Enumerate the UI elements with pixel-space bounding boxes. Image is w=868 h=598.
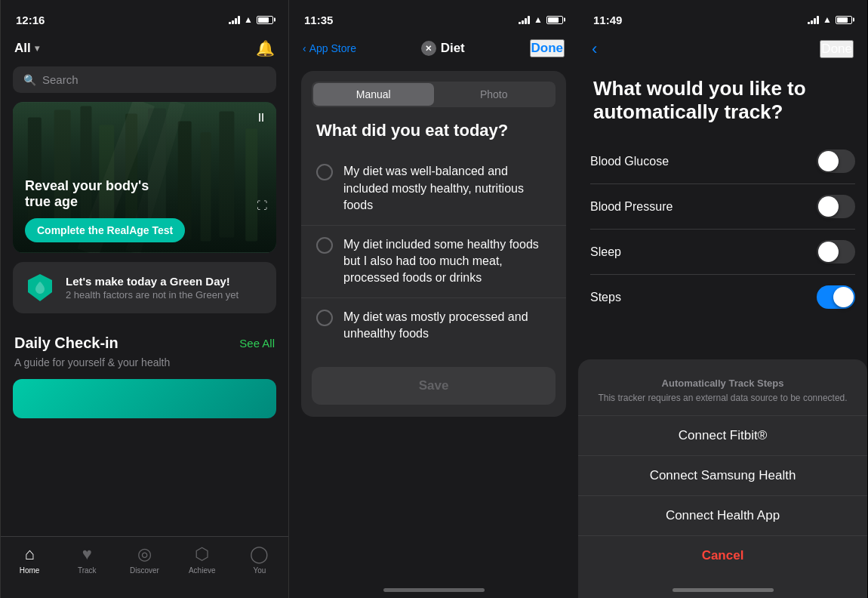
home-indicator-3 [673,588,774,592]
toggle-blood-pressure: Blood Pressure [590,184,855,230]
heart-shield-icon [25,273,55,303]
nav-home[interactable]: ⌂ Home [1,544,58,575]
bell-icon[interactable]: 🔔 [256,39,275,57]
checkin-section-header: Daily Check-in See All [1,322,288,355]
hero-content: Reveal your body'strue age Complete the … [13,169,276,253]
see-all-link[interactable]: See All [239,337,275,350]
diet-option-healthy-text: My diet was well-balanced and included m… [343,163,551,214]
radio-processed[interactable] [316,310,333,326]
toggle-knob [818,242,839,262]
status-icons-1: ▲ [229,14,273,25]
diet-option-healthy[interactable]: My diet was well-balanced and included m… [301,153,566,225]
diet-done-button[interactable]: Done [530,39,565,57]
segment-photo[interactable]: Photo [434,83,555,106]
radio-some-healthy[interactable] [316,237,333,254]
screen3-nav: ‹ Done [578,33,867,66]
hero-title: Reveal your body'strue age [25,178,264,211]
diet-title: ✕ Diet [421,41,465,56]
back-chevron-icon-3[interactable]: ‹ [592,39,597,59]
auto-track-title: What would you like toautomatically trac… [578,66,867,139]
action-sheet-info: Automatically Track Steps This tracker r… [578,371,867,416]
bottom-nav: ⌂ Home ♥ Track ◎ Discover ⬡ Achieve ◯ Yo… [1,536,288,598]
diet-option-some-healthy-text: My diet included some healthy foods but … [343,236,551,287]
cancel-button[interactable]: Cancel [578,536,867,575]
status-icons-2: ▲ [519,14,563,25]
blood-glucose-toggle[interactable] [817,150,855,173]
nav-home-label: Home [20,566,40,575]
diet-option-some-healthy[interactable]: My diet included some healthy foods but … [301,226,566,298]
radio-healthy[interactable] [316,164,333,180]
toggle-steps: Steps [590,275,855,319]
x-icon[interactable]: ✕ [421,41,436,56]
back-chevron-icon: ‹ [303,42,306,54]
connect-fitbit-button[interactable]: Connect Fitbit® [578,416,867,456]
diet-option-processed[interactable]: My diet was mostly processed and unhealt… [301,298,566,353]
checkin-card[interactable] [13,379,276,418]
time-1: 12:16 [16,14,45,26]
nav-track-label: Track [78,566,97,575]
hero-banner[interactable]: ⏸ ⛶ Reveal your body'strue age Complete … [13,102,276,253]
green-day-subtitle: 2 health factors are not in the Green ye… [66,289,239,301]
screen-diet: 11:35 ▲ ‹ App Store ✕ Diet Done [289,0,578,598]
time-2: 11:35 [304,14,333,26]
track-icon: ♥ [82,544,92,564]
checkin-title: Daily Check-in [14,334,119,352]
screen-home: 12:16 ▲ All ▾ 🔔 🔍 Search [0,0,289,598]
toggle-knob [818,151,839,171]
blood-pressure-toggle[interactable] [817,195,855,218]
nav-achieve[interactable]: ⬡ Achieve [174,544,231,575]
screen2-nav: ‹ App Store ✕ Diet Done [289,33,578,65]
action-sheet-info-sub: This tracker requires an external data s… [593,392,852,405]
sleep-label: Sleep [590,245,621,259]
toggle-sleep: Sleep [590,230,855,275]
wifi-icon-1: ▲ [244,14,253,25]
toggle-list: Blood Glucose Blood Pressure Sleep Steps [578,139,867,319]
chevron-down-icon: ▾ [35,43,39,54]
green-day-title: Let's make today a Green Day! [66,275,239,288]
connect-samsung-button[interactable]: Connect Samsung Health [578,456,867,496]
battery-icon-1 [257,16,273,24]
home-icon: ⌂ [24,544,34,564]
save-button[interactable]: Save [312,367,556,405]
nav-track[interactable]: ♥ Track [58,544,115,575]
pause-icon[interactable]: ⏸ [255,111,267,125]
screen1-header: All ▾ 🔔 [1,33,288,66]
action-sheet: Automatically Track Steps This tracker r… [578,359,867,598]
signal-icon-2 [519,15,530,24]
wifi-icon-2: ▲ [534,14,543,25]
diet-segment-control: Manual Photo [312,82,556,107]
autotrack-done-button[interactable]: Done [820,40,854,58]
back-to-appstore[interactable]: ‹ App Store [303,42,356,54]
status-bar-3: 11:49 ▲ [578,0,867,33]
toggle-knob [833,287,854,307]
diet-option-processed-text: My diet was mostly processed and unhealt… [343,309,551,343]
segment-manual[interactable]: Manual [313,83,434,106]
realage-test-button[interactable]: Complete the RealAge Test [25,218,185,242]
nav-discover[interactable]: ◎ Discover [115,544,173,575]
battery-icon-2 [546,16,563,24]
status-bar-2: 11:35 ▲ [289,0,578,33]
diet-modal: Manual Photo What did you eat today? My … [301,71,566,417]
nav-achieve-label: Achieve [189,566,216,575]
green-day-card[interactable]: Let's make today a Green Day! 2 health f… [13,262,276,313]
nav-you-label: You [253,566,266,575]
steps-label: Steps [590,291,621,304]
steps-toggle[interactable] [817,285,855,309]
status-icons-3: ▲ [808,14,852,25]
action-sheet-info-title: Automatically Track Steps [593,378,852,389]
save-btn-wrapper: Save [312,367,556,405]
home-indicator-2 [383,588,485,592]
discover-icon: ◎ [137,544,152,564]
search-bar[interactable]: 🔍 Search [13,66,276,93]
connect-health-app-button[interactable]: Connect Health App [578,496,867,536]
search-placeholder: Search [42,73,78,86]
wifi-icon-3: ▲ [823,14,832,25]
signal-icon-1 [229,15,240,24]
signal-icon-3 [808,15,819,24]
all-dropdown[interactable]: All ▾ [14,41,39,56]
screen-auto-track: 11:49 ▲ ‹ Done What would you like toaut… [578,0,867,598]
sleep-toggle[interactable] [817,240,855,264]
status-bar-1: 12:16 ▲ [1,0,288,33]
nav-you[interactable]: ◯ You [231,544,288,575]
search-icon: 🔍 [23,74,36,86]
